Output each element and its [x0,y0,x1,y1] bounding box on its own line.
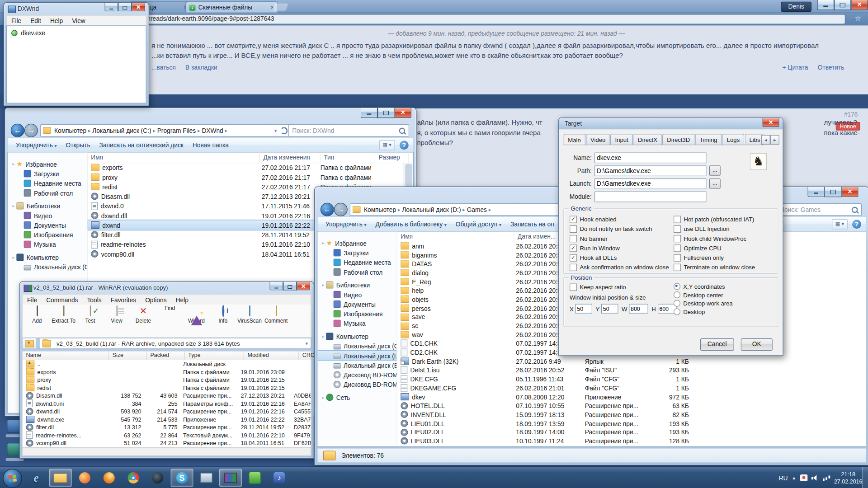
sidebar-item[interactable]: Музыка [8,239,87,249]
explorer-taskbar-icon[interactable] [49,469,72,487]
winrar-tool-virus[interactable]: VirusScan [236,305,263,337]
sidebar-item[interactable]: Локальный диск (D: [318,351,397,360]
column-header-packed[interactable]: Packed [147,352,185,361]
radio-option[interactable]: Desktop [674,308,774,316]
action-center-icon[interactable] [800,474,807,481]
taskbar-clock[interactable]: 21:18 27.02.2016 [834,470,863,485]
breadcrumb-item[interactable]: Локальный диск (D:) [401,206,463,213]
column-header-name[interactable]: Name [23,352,109,361]
tab-scroll-right-icon[interactable]: ► [770,135,779,145]
winrar-tool-add[interactable]: Add [24,305,51,337]
file-row[interactable]: dkev07.08.2008 12:20Приложение972 КБ [397,392,857,401]
ok-button[interactable]: OK [741,338,773,351]
archive-path-combo[interactable]: v2_03_52_build (1).rar - RAR archive, un… [39,338,311,349]
menu-item-favorites[interactable]: Favorites [106,296,141,305]
sidebar-item[interactable]: Документы [8,221,87,230]
maximize-button[interactable] [834,0,851,10]
subscribe-link[interactable]: ...ваться [151,64,176,70]
menu-item-file[interactable]: File [23,296,42,305]
column-header-size[interactable]: Размер [375,153,409,163]
sidebar-item[interactable]: ▸Библиотеки [318,280,397,290]
chevron-down-icon[interactable]: ▾ [274,128,277,134]
browser-tab-active[interactable]: ↓ Скачанные файлы × [185,1,278,13]
bookmark-link[interactable]: В закладки [185,64,217,70]
file-row[interactable]: Dark Earth (32K)27.02.2016 9:49Ярлык1 КБ [397,357,857,366]
tab-direct3d[interactable]: Direct3D [662,134,694,145]
browse-button[interactable]: ... [709,178,721,189]
file-row[interactable]: LIEU03.DLL10.10.1997 11:24Расширение при… [397,436,857,446]
minimize-button[interactable] [269,282,283,291]
winrar-tool-extract[interactable]: Extract To [50,305,77,337]
firefox-taskbar-icon[interactable] [98,469,120,487]
close-button[interactable] [851,0,868,10]
breadcrumb-item[interactable]: Program Files [156,127,198,134]
maximize-button[interactable] [283,282,297,291]
field-input[interactable] [594,178,707,189]
checkbox-option[interactable]: Ask confirmation on window close [570,263,673,272]
radio-option[interactable]: Desktop work area [674,300,774,308]
search-box[interactable]: Поиск: Games [776,203,862,216]
minimize-button[interactable] [817,0,835,10]
start-button[interactable] [3,469,22,488]
sidebar-item[interactable]: Локальный диск (E: [318,361,397,370]
file-row[interactable]: exportsПапка с файлами19.01.2016 23:09 [23,368,311,376]
file-row[interactable]: LIEU02.DLL18.09.1997 14:00Расширение при… [397,428,857,437]
checkbox-option[interactable]: Optimize CPU [674,244,777,253]
breadcrumb-item[interactable]: Компьютер [52,127,88,134]
close-button[interactable] [132,3,145,11]
checkbox-option[interactable]: No banner [570,234,673,243]
coord-input-W[interactable] [629,304,648,314]
sidebar-item[interactable]: Документы [318,300,397,309]
field-input[interactable] [594,165,707,176]
file-row[interactable]: INVENT.DLL15.09.1997 18:13Расширение при… [397,410,857,419]
menu-item-options[interactable]: Options [141,296,171,305]
radio-option[interactable]: X,Y coordinates [674,282,774,291]
back-button[interactable]: ← [11,124,24,137]
file-row[interactable]: dxwnd.dll593 920214 574Расширение при...… [23,407,311,415]
winrar-tool-find[interactable]: Find [156,305,183,337]
coord-input-X[interactable] [576,304,593,314]
sidebar-item[interactable]: Загрузки [8,169,87,178]
file-row[interactable]: dxwnd.exe545 792214 533Приложение19.01.2… [23,415,311,423]
file-row[interactable]: HOTEL.DLL07.10.1997 10:55Расширение при.… [397,401,857,410]
column-header-modified[interactable]: Modified [244,352,299,361]
menu-item-help[interactable]: Help [171,296,193,305]
breadcrumb-item[interactable]: Компьютер [362,206,398,213]
network-icon[interactable] [823,474,830,481]
breadcrumb-item[interactable]: DXWnd [200,127,225,134]
toolbar-button[interactable]: Открыть [61,141,95,150]
column-header-type[interactable]: Тип [321,153,375,163]
winrar-tool-comment[interactable]: Comment [263,305,289,337]
language-indicator[interactable]: RU [779,474,788,481]
media-taskbar-icon[interactable] [74,469,96,487]
browse-button[interactable]: ... [709,165,721,176]
checkbox-option[interactable]: ✓Run in Window [570,244,673,253]
field-input[interactable] [594,152,707,163]
new-tab-button[interactable] [272,4,288,11]
green-taskbar-icon[interactable] [244,469,266,487]
menu-item-view[interactable]: View [67,16,90,25]
maximize-button[interactable] [118,3,132,11]
file-row[interactable]: readme-relnotes...63 26222 864Текстовый … [23,431,311,439]
chrome-taskbar-icon[interactable] [122,469,145,487]
breadcrumb[interactable]: Компьютер▸Локальный диск (C:)▸Program Fi… [40,124,291,137]
sidebar-item[interactable]: Локальный диск (C: [8,262,87,272]
menu-item-tools[interactable]: Tools [82,296,106,305]
sidebar-item[interactable]: Загрузки [318,248,397,258]
sidebar-item[interactable]: Дисковод BD-ROM [318,370,397,380]
winrar-tool-delete[interactable]: ✕Delete [130,305,157,337]
minimize-button[interactable] [361,108,378,118]
cancel-button[interactable]: Cancel [700,338,734,351]
music-taskbar-icon[interactable]: ♪ [268,469,291,487]
sidebar-item[interactable]: ▸Библиотеки [8,201,87,211]
file-row[interactable]: Disasm.dll138 75243 603Расширение при...… [23,391,311,399]
sidebar-item[interactable]: Видео [318,290,397,299]
winrar-taskbar-icon[interactable] [219,469,242,487]
sidebar-item[interactable]: Рабочий стол [318,267,397,277]
toolbar-button[interactable]: Новая папка [188,141,233,150]
app-taskbar-icon[interactable] [195,469,217,487]
tab-video[interactable]: Video [586,134,610,145]
ie-taskbar-icon[interactable]: e [25,469,47,487]
checkbox-option[interactable]: Hook child WindowProc [674,234,777,243]
field-input[interactable] [594,191,707,202]
